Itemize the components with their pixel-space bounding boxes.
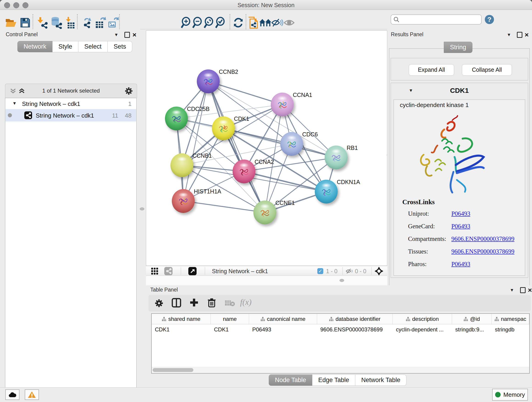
memory-status-dot: [495, 392, 500, 397]
table-row[interactable]: CDK1CDK1P064939606.ENSP00000378699cyclin…: [152, 324, 529, 335]
column-header-database-identifier[interactable]: database identifier: [317, 314, 393, 324]
birds-eye-toggle-icon[interactable]: [375, 267, 383, 276]
node-CCNE1[interactable]: [253, 201, 276, 224]
control-panel-close-icon[interactable]: ×: [133, 31, 137, 39]
table-cell[interactable]: stringdb: [492, 324, 529, 335]
delete-column-trash-icon[interactable]: [207, 298, 216, 309]
show-columns-icon[interactable]: [171, 298, 181, 309]
column-header-@id[interactable]: @id: [452, 314, 492, 324]
refresh-layout-icon[interactable]: [233, 17, 244, 29]
node-CCNB1[interactable]: [171, 153, 193, 177]
table-cell[interactable]: cyclin-dependent ...: [393, 324, 452, 335]
grid-view-icon[interactable]: [151, 268, 158, 276]
table-settings-gear-icon[interactable]: [154, 299, 164, 309]
node-CCNB2[interactable]: [197, 70, 220, 93]
tree-collapse-icon[interactable]: ▼: [12, 101, 17, 106]
column-header-description[interactable]: description: [393, 314, 452, 324]
hide-selected-icon[interactable]: [271, 18, 283, 29]
import-network-file-icon[interactable]: [37, 17, 49, 30]
export-network-icon[interactable]: [81, 17, 93, 30]
node-CDC25B[interactable]: [165, 107, 188, 130]
results-panel-tab-string[interactable]: String: [444, 42, 472, 53]
show-all-networks-icon[interactable]: [259, 18, 272, 29]
horizontal-splitter[interactable]: [146, 276, 387, 285]
show-hidden-icon[interactable]: [283, 18, 295, 28]
left-splitter-grip[interactable]: [140, 207, 144, 211]
node-table[interactable]: shared namenamecanonical namedatabase id…: [151, 313, 530, 374]
collapse-all-button[interactable]: Collapse All: [462, 64, 512, 76]
column-header-shared-name[interactable]: shared name: [152, 314, 211, 324]
node-HIST1H1A[interactable]: [172, 189, 195, 213]
table-cell[interactable]: 9606.ENSP00000378699: [317, 324, 393, 335]
zoom-out-icon[interactable]: [192, 17, 204, 30]
control-panel-float-icon[interactable]: [124, 32, 130, 38]
table-panel-title: Table Panel: [150, 287, 178, 293]
expand-all-button[interactable]: Expand All: [409, 64, 454, 76]
column-label: database identifier: [336, 316, 380, 322]
export-image-icon[interactable]: [107, 17, 119, 30]
table-cell[interactable]: CDK1: [211, 324, 249, 335]
tab-style[interactable]: Style: [52, 41, 78, 52]
tab-network-table[interactable]: Network Table: [355, 375, 407, 386]
table-cell[interactable]: stringdb:9...: [452, 324, 492, 335]
results-panel-close-icon[interactable]: ×: [525, 31, 529, 39]
table-panel-float-icon[interactable]: [520, 287, 526, 293]
export-table-icon[interactable]: [94, 17, 106, 30]
tab-network[interactable]: Network: [17, 41, 52, 52]
control-panel-menu-icon[interactable]: ▼: [114, 32, 119, 37]
zoom-selected-icon[interactable]: [215, 17, 227, 30]
zoom-in-icon[interactable]: [181, 17, 192, 30]
network-tree-root-row[interactable]: ▼ String Network – cdk1 1: [6, 98, 136, 109]
results-panel-menu-icon[interactable]: ▼: [507, 32, 511, 37]
crosslink-link[interactable]: P06493: [451, 261, 470, 268]
import-table-file-icon[interactable]: [65, 17, 75, 30]
cloud-status-button[interactable]: [5, 389, 19, 400]
toolbar-separator: [371, 267, 372, 275]
node-CCNA2[interactable]: [233, 160, 255, 183]
network-tree-row[interactable]: String Network – cdk1 11 48: [6, 109, 136, 121]
table-cell[interactable]: CDK1: [152, 324, 211, 335]
tab-edge-table[interactable]: Edge Table: [312, 375, 355, 386]
tab-node-table[interactable]: Node Table: [269, 375, 312, 386]
column-header-namespac[interactable]: namespac: [492, 314, 529, 324]
crosslink-link[interactable]: P06493: [451, 223, 470, 230]
tab-select[interactable]: Select: [78, 41, 108, 52]
collection-count: 1: [128, 100, 132, 108]
column-header-name[interactable]: name: [211, 314, 249, 324]
function-builder-icon: f(x): [240, 297, 252, 307]
tab-sets[interactable]: Sets: [108, 41, 132, 52]
first-neighbors-icon[interactable]: [247, 16, 259, 30]
node-CCNA1[interactable]: [271, 93, 294, 116]
column-header-canonical-name[interactable]: canonical name: [249, 314, 317, 324]
gene-entry-header[interactable]: ▼ CDK1: [391, 83, 528, 99]
scrollbar-thumb[interactable]: [152, 368, 193, 372]
node-CDK1[interactable]: [212, 116, 235, 140]
zoom-fit-icon[interactable]: [203, 17, 215, 30]
table-horizontal-scrollbar[interactable]: [152, 367, 529, 373]
gear-icon[interactable]: [124, 87, 133, 95]
node-RB1[interactable]: [325, 146, 348, 169]
table-cell[interactable]: P06493: [249, 324, 317, 335]
node-CDKN1A[interactable]: [315, 180, 338, 204]
import-network-database-icon[interactable]: [50, 17, 63, 30]
help-button[interactable]: ?: [485, 15, 494, 24]
crosslink-link[interactable]: P06493: [451, 210, 470, 217]
save-session-icon[interactable]: [20, 17, 31, 29]
search-input[interactable]: [391, 14, 481, 25]
detach-view-icon[interactable]: [188, 267, 196, 275]
warnings-button[interactable]: [25, 389, 39, 400]
node-CDC6[interactable]: [280, 132, 303, 156]
table-panel-close-icon[interactable]: ×: [528, 286, 532, 294]
network-view-icon[interactable]: [164, 267, 172, 275]
results-panel-float-icon[interactable]: [517, 32, 522, 38]
network-canvas[interactable]: CCNB2CCNA1CDC25BCDK1CDC6RB1CCNB1CCNA2CDK…: [146, 31, 387, 266]
create-column-plus-icon[interactable]: [189, 298, 199, 308]
open-session-icon[interactable]: [5, 17, 17, 29]
crosslink-link[interactable]: 9606.ENSP00000378699: [451, 235, 514, 242]
memory-button[interactable]: Memory: [492, 389, 528, 401]
selected-checkbox-icon[interactable]: ✓: [317, 268, 323, 274]
splitter-grip[interactable]: [340, 279, 344, 282]
table-panel-menu-icon[interactable]: ▼: [510, 288, 514, 293]
node-label-HIST1H1A: HIST1H1A: [194, 188, 221, 195]
crosslink-link[interactable]: 9606.ENSP00000378699: [451, 248, 514, 255]
